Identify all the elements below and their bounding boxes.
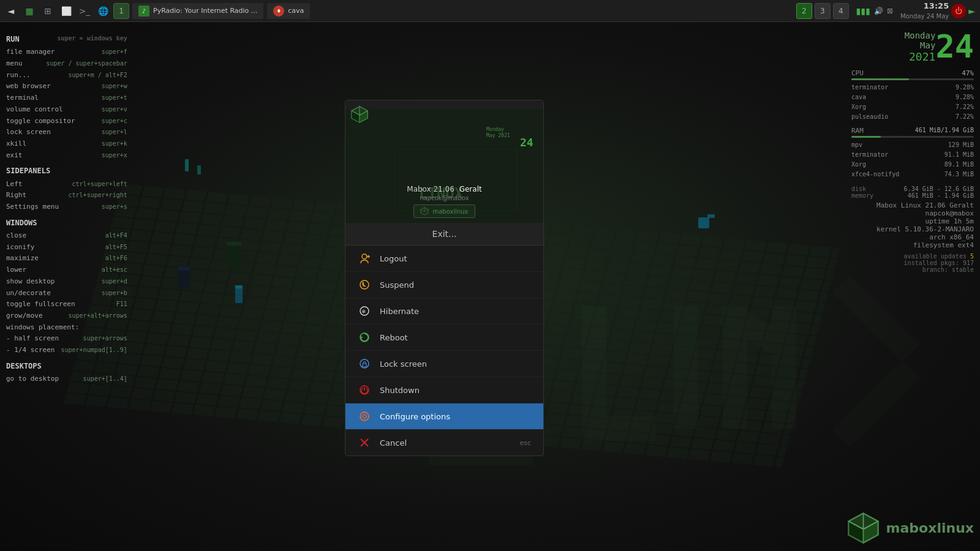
cancel-label: Cancel — [380, 438, 407, 448]
svg-rect-8 — [197, 165, 201, 174]
svg-rect-23 — [707, 214, 715, 218]
hibernate-label: Hibernate — [380, 307, 419, 316]
configure-label: Configure options — [380, 412, 450, 421]
shortcut-terminal: terminal super+t — [6, 92, 127, 104]
configure-icon — [358, 410, 371, 423]
date-display: 24 Monday May 2021 — [851, 31, 974, 63]
menu-item-lockscreen[interactable]: Lock screen — [345, 351, 543, 377]
workspace-right-2[interactable]: 2 — [796, 3, 812, 19]
shortcut-menu: menu super / super+spacebar — [6, 58, 127, 70]
system-info: CPU 47% terminator 9.28% cava 9.28% Xorg… — [851, 69, 974, 273]
pyradio-icon: ♪ — [138, 6, 149, 17]
clock-widget: 13:25 Monday 24 May — [900, 1, 949, 20]
taskbar-icon-grid[interactable]: ⊞ — [39, 2, 56, 20]
shortcut-volume: volume control super+v — [6, 104, 127, 116]
network-icon: ⊠ — [887, 7, 893, 15]
disk-label: disk — [851, 186, 866, 192]
menu-item-shutdown[interactable]: Shutdown — [345, 377, 543, 403]
arch-info: arch x86_64 — [851, 233, 974, 241]
pkgs-info: installed pkgs: 917 — [851, 260, 974, 266]
taskbar-right-section: 2 3 4 ▮▮▮ 🔊 ⊠ 13:25 Monday 24 May ⏻ ► — [791, 1, 980, 20]
shortcut-web-browser: web browser super+w — [6, 81, 127, 92]
dialog-exit-title[interactable]: Exit... — [345, 223, 543, 246]
user-info: napcok@mabox — [851, 209, 974, 217]
shortcut-placement-label: windows placement: — [6, 322, 127, 334]
proc-xorg-cpu-name: Xorg — [851, 102, 866, 112]
ram-value: 461 MiB/1.94 GiB — [915, 127, 974, 135]
cava-icon: ♦ — [273, 6, 284, 17]
taskbar-left-arrow[interactable]: ◄ — [2, 2, 20, 20]
cpu-percent: 47% — [962, 69, 974, 77]
shortcut-half-screen: - half screen super+arrows — [6, 333, 127, 345]
menu-item-configure[interactable]: Configure options — [345, 403, 543, 430]
menu-item-reboot[interactable]: Reboot — [345, 324, 543, 351]
dialog-os-codename: Geralt — [459, 185, 482, 193]
dialog-logo-cube — [350, 105, 369, 126]
volume-icon: 🔊 — [874, 7, 883, 15]
workspace-button-1[interactable]: 1 — [113, 3, 129, 19]
proc-xorg-cpu: Xorg 7.22% — [851, 102, 974, 112]
shortcut-go-to-desktop: go to desktop super+[1..4] — [6, 373, 127, 385]
proc-cava-val: 9.28% — [956, 92, 974, 102]
clock-time: 13:25 — [900, 1, 949, 12]
proc-pulseaudio: pulseaudio 7.22% — [851, 112, 974, 122]
desktops-title: DESKTOPS — [6, 360, 127, 372]
system-tray: ▮▮▮ 🔊 ⊠ — [856, 6, 893, 16]
workspace-right-4[interactable]: 4 — [833, 3, 849, 19]
proc-xfce4: xfce4-notifyd 74.3 MiB — [851, 170, 974, 179]
taskbar-app-cava[interactable]: ♦ cava — [267, 3, 310, 19]
proc-xorg-ram: Xorg 89.1 MiB — [851, 160, 974, 170]
reboot-icon — [358, 331, 371, 344]
shortcut-lock-screen: lock screen super+l — [6, 127, 127, 138]
taskbar-right-arrow[interactable]: ► — [968, 6, 975, 16]
shortcut-lower: lower alt+esc — [6, 264, 127, 276]
suspend-icon — [358, 278, 371, 291]
svg-rect-11 — [582, 306, 606, 429]
proc-xorg-ram-val: 89.1 MiB — [944, 160, 974, 170]
run-title: RUN — [6, 33, 20, 45]
svg-point-56 — [363, 414, 366, 418]
shortcuts-panel: RUN super = windows key file manager sup… — [6, 31, 127, 389]
battery-icon: ▮▮▮ — [856, 6, 870, 16]
proc-pulseaudio-val: 7.22% — [956, 112, 974, 122]
taskbar-app-pyradio[interactable]: ♪ PyRadio: Your Internet Radio ... — [132, 3, 263, 19]
taskbar-icon-bars[interactable]: ▦ — [21, 2, 38, 20]
logo-text: maboxlinux — [886, 520, 974, 536]
taskbar-icon-globe[interactable]: 🌐 — [94, 2, 111, 20]
workspace-right-3[interactable]: 3 — [815, 3, 831, 19]
proc-terminator-name: terminator — [851, 83, 888, 92]
sys-details: disk 6.34 GiB - 12.6 GiB memory 461 MiB … — [851, 186, 974, 273]
cancel-left: Cancel — [358, 436, 407, 449]
shutdown-icon — [358, 383, 371, 397]
menu-item-suspend[interactable]: Suspend — [345, 272, 543, 298]
proc-terminator-ram: terminator 91.1 MiB — [851, 150, 974, 160]
taskbar-top: ◄ ▦ ⊞ ⬜ >_ 🌐 1 ♪ PyRadio: Your Internet … — [0, 0, 980, 22]
shortcut-grow-move: grow/move super+alt+arrows — [6, 310, 127, 322]
menu-item-logout[interactable]: Logout — [345, 246, 543, 272]
proc-xfce4-val: 74.3 MiB — [944, 170, 974, 179]
taskbar-icon-square[interactable]: ⬜ — [58, 2, 75, 20]
cancel-row[interactable]: Cancel esc — [345, 430, 543, 455]
bottom-logo: maboxlinux — [846, 511, 974, 545]
date-day-num: 24 — [935, 31, 974, 62]
hibernate-icon: ❄ — [358, 304, 371, 318]
run-note: super = windows key — [57, 33, 127, 45]
power-button[interactable]: ⏻ — [951, 4, 966, 18]
shortcut-show-desktop: show desktop super+d — [6, 276, 127, 288]
windows-title: WINDOWS — [6, 217, 127, 229]
right-info-panel: 24 Monday May 2021 CPU 47% terminator 9.… — [851, 31, 974, 273]
updates-info: available updates 5 — [851, 253, 974, 260]
svg-rect-6 — [178, 267, 190, 270]
cava-label: cava — [288, 7, 304, 15]
shortcut-fullscreen: toggle fullscreen F11 — [6, 299, 127, 310]
svg-text:❄: ❄ — [361, 309, 366, 315]
menu-item-hibernate[interactable]: ❄ Hibernate — [345, 298, 543, 324]
uptime-info: uptime 1h 5m — [851, 217, 974, 225]
svg-rect-3 — [227, 245, 241, 269]
svg-line-44 — [424, 209, 428, 211]
taskbar-icon-terminal[interactable]: >_ — [76, 2, 93, 20]
svg-rect-7 — [185, 159, 189, 171]
taskbar-left-section: ◄ ▦ ⊞ ⬜ >_ 🌐 1 ♪ PyRadio: Your Internet … — [0, 2, 314, 20]
dialog-header: LINUX Monday May 2021 24 — [345, 100, 543, 223]
svg-line-43 — [421, 209, 424, 211]
